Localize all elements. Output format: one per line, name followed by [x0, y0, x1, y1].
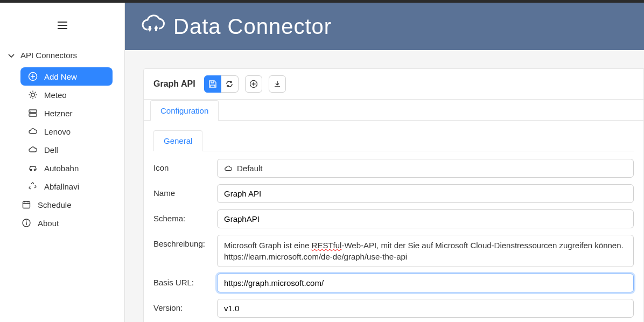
- svg-point-7: [34, 169, 36, 171]
- app-title: Data Connector: [173, 15, 332, 39]
- label-schema: Schema:: [153, 209, 207, 223]
- sidebar-item-label: Add New: [44, 72, 77, 81]
- plus-circle-icon: [249, 80, 258, 88]
- icon-select[interactable]: Default: [217, 159, 634, 178]
- sidebar-item-lenovo[interactable]: Lenovo: [20, 122, 113, 141]
- hamburger-menu-button[interactable]: [58, 22, 67, 31]
- cloud-icon: [224, 164, 233, 173]
- label-base-url: Basis URL:: [153, 274, 207, 287]
- svg-point-1: [31, 93, 34, 96]
- sidebar-item-label: Abfallnavi: [44, 182, 79, 191]
- calendar-icon: [22, 200, 31, 209]
- sidebar: API Connectors Add New Meteo Hetzner Len…: [0, 3, 125, 322]
- sidebar-item-add-new[interactable]: Add New: [20, 67, 113, 86]
- recycle-icon: [28, 181, 38, 191]
- svg-point-5: [30, 115, 31, 116]
- sidebar-item-meteo[interactable]: Meteo: [20, 86, 113, 104]
- svg-point-4: [30, 111, 31, 112]
- description-textarea[interactable]: Microsoft Graph ist eine RESTful-Web-API…: [217, 235, 634, 267]
- sidebar-item-label: Hetzner: [44, 109, 73, 118]
- svg-rect-3: [29, 114, 37, 116]
- svg-point-6: [30, 169, 32, 171]
- refresh-icon: [225, 80, 234, 88]
- sidebar-item-autobahn[interactable]: Autobahn: [20, 159, 113, 177]
- cloud-icon: [28, 127, 38, 136]
- connector-panel: Graph API: [143, 68, 644, 322]
- add-button[interactable]: [245, 75, 262, 93]
- svg-rect-8: [23, 202, 30, 208]
- name-input[interactable]: [217, 184, 634, 203]
- plus-circle-icon: [28, 72, 38, 81]
- app-header: Data Connector: [125, 3, 644, 50]
- panel-title: Graph API: [153, 79, 195, 89]
- label-name: Name: [153, 184, 207, 198]
- label-version: Version:: [153, 299, 207, 312]
- cloud-icon: [28, 145, 38, 155]
- sidebar-item-label: About: [38, 219, 59, 228]
- download-icon: [273, 80, 282, 88]
- label-icon: Icon: [153, 159, 207, 172]
- save-button[interactable]: [204, 75, 221, 93]
- icon-select-value: Default: [237, 164, 263, 173]
- car-icon: [28, 163, 38, 173]
- hamburger-icon: [58, 22, 67, 29]
- sidebar-section-label: API Connectors: [20, 51, 77, 60]
- sidebar-item-schedule[interactable]: Schedule: [0, 195, 124, 214]
- sidebar-item-about[interactable]: About: [0, 214, 124, 232]
- sidebar-item-dell[interactable]: Dell: [20, 141, 113, 159]
- info-icon: [22, 218, 31, 228]
- main-area: Data Connector Graph API: [125, 3, 644, 322]
- refresh-button[interactable]: [221, 75, 239, 93]
- sidebar-section-api-connectors[interactable]: API Connectors: [0, 47, 124, 63]
- sidebar-item-label: Autobahn: [44, 164, 79, 173]
- version-input[interactable]: [217, 299, 634, 318]
- sidebar-item-label: Schedule: [38, 200, 72, 209]
- chevron-down-icon: [8, 52, 15, 59]
- app-logo-icon: [140, 13, 166, 39]
- sidebar-item-label: Lenovo: [44, 127, 71, 136]
- save-icon: [208, 80, 217, 88]
- sidebar-item-label: Dell: [44, 145, 58, 155]
- schema-input[interactable]: [217, 209, 634, 228]
- tab-general[interactable]: General: [153, 130, 202, 151]
- sidebar-item-hetzner[interactable]: Hetzner: [20, 104, 113, 122]
- sidebar-item-label: Meteo: [44, 90, 67, 100]
- base-url-input[interactable]: [217, 274, 634, 292]
- svg-point-10: [26, 221, 27, 222]
- label-description: Beschreibung:: [153, 235, 207, 248]
- sidebar-item-abfallnavi[interactable]: Abfallnavi: [20, 177, 113, 195]
- sun-icon: [28, 90, 38, 100]
- import-button[interactable]: [269, 75, 286, 93]
- svg-rect-2: [29, 110, 37, 113]
- server-icon: [28, 108, 38, 118]
- tab-configuration[interactable]: Configuration: [150, 100, 219, 121]
